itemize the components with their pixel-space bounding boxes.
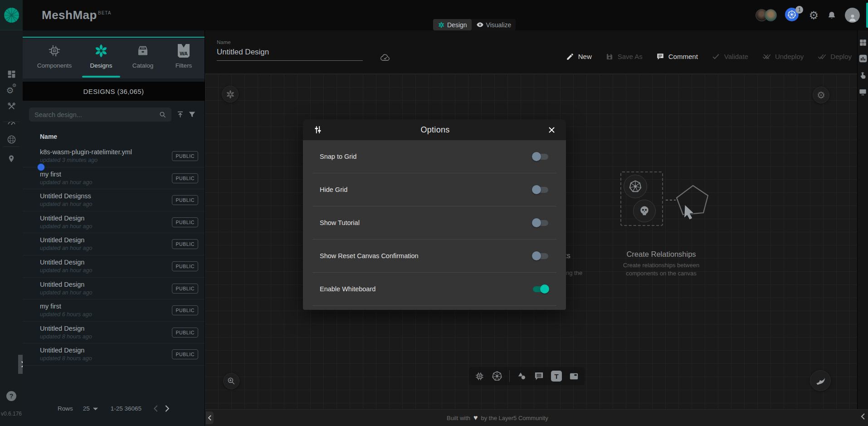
cloud-saved-icon [379,52,391,63]
collaborator-avatar[interactable] [765,9,777,21]
option-hide-grid: Hide Grid [312,173,556,206]
location-pin-icon[interactable] [0,154,23,164]
help-button[interactable]: ? [6,391,16,401]
tab-components[interactable]: Components [33,43,76,69]
design-search[interactable] [29,108,171,122]
design-row[interactable]: Untitled Design updated an hour ago PUBL… [23,255,205,278]
visibility-badge[interactable]: PUBLIC [172,284,198,294]
toolbar-divider [509,370,510,382]
canvas-modes-button[interactable] [222,86,239,103]
bar-chart-icon[interactable] [858,54,868,63]
footer-chevron-right-edge[interactable] [861,413,865,420]
visualize-mode-tab[interactable]: Visualize [472,19,516,30]
tab-designs[interactable]: Designs [79,43,123,69]
touch-icon[interactable] [858,70,867,80]
option-show-reset-confirmation: Show Reset Canvas Confirmation [312,240,556,273]
monitor-icon[interactable] [858,88,867,96]
search-input[interactable] [29,111,159,118]
design-row[interactable]: my first updated 6 hours ago PUBLIC [23,299,205,322]
double-check-icon [817,52,826,61]
undeploy-button[interactable]: Undeploy [762,52,804,61]
kubernetes-context[interactable]: 1 [785,8,800,23]
create-relationships-hint: Create Relationships Create relationship… [607,250,716,278]
performance-gauge-icon[interactable] [0,118,23,127]
visibility-badge[interactable]: PUBLIC [172,239,198,249]
shapes-icon[interactable] [517,371,527,382]
snap-to-grid-toggle[interactable] [532,152,549,161]
design-row[interactable]: Untitled Design updated an hour ago PUBL… [23,278,205,300]
visibility-badge[interactable]: PUBLIC [172,173,198,183]
collaborator-avatars[interactable] [756,9,777,21]
design-row[interactable]: my first updated an hour ago PUBLIC [23,167,205,190]
new-button[interactable]: New [566,53,592,61]
filter-funnel-icon[interactable] [188,110,196,119]
rows-label: Rows [58,405,73,412]
design-row[interactable]: Untitled Design updated an hour ago PUBL… [23,233,205,255]
gear-icon: ⚙ [817,90,825,101]
design-row[interactable]: k8s-wasm-plugin-ratelimiter.yml updated … [23,145,205,167]
dashboard-grid-icon[interactable] [859,39,867,47]
deploy-button[interactable]: Deploy [817,52,852,61]
wasm-filter-icon: WA [178,44,190,58]
visibility-badge[interactable]: PUBLIC [172,261,198,271]
visibility-badge[interactable]: PUBLIC [172,305,198,315]
panel-tabs: Components Designs Catalog WA Filters [23,39,205,78]
design-row[interactable]: Untitled Design updated 8 hours ago PUBL… [23,343,205,366]
designs-panel: Components Designs Catalog WA Filters DE… [23,30,205,426]
kubernetes-icon[interactable] [492,371,502,382]
visibility-badge[interactable]: PUBLIC [172,349,198,359]
notifications-bell-icon[interactable] [827,10,837,20]
search-icon[interactable] [159,111,167,119]
enable-whiteboard-toggle[interactable] [532,284,549,294]
hide-grid-toggle[interactable] [532,185,549,194]
canvas-settings-button[interactable]: ⚙ [813,87,829,103]
prev-page-button[interactable] [153,405,158,412]
mesh-icon[interactable] [0,134,23,145]
right-dock [857,30,868,409]
settings-gear-icon[interactable]: ⚙ [809,9,819,22]
right-drawer-edge[interactable] [866,3,868,28]
components-chip-icon[interactable] [474,371,485,382]
design-row[interactable]: Untitled Design updated an hour ago PUBL… [23,211,205,234]
next-page-button[interactable] [165,405,170,412]
tab-catalog[interactable]: Catalog [121,43,165,69]
kubernetes-node[interactable] [624,175,647,198]
upload-design-icon[interactable] [176,110,185,119]
design-row[interactable]: Untitled Designss updated an hour ago PU… [23,189,205,211]
tab-filters[interactable]: WA Filters [162,43,205,69]
zoom-in-button[interactable] [223,373,239,389]
user-avatar[interactable] [845,8,860,23]
footer-collapse-tab[interactable] [206,411,214,424]
design-row[interactable]: Untitled Design updated 8 hours ago PUBL… [23,322,205,344]
visibility-badge[interactable]: PUBLIC [172,195,198,205]
media-tool-icon[interactable] [569,371,579,382]
bird-button[interactable] [810,370,831,391]
lifecycle-gears-icon[interactable]: ⚙⚙ [0,85,23,96]
canvas-tool-strip: T [469,367,585,385]
app-footer: Built with ♥ by the Layer5 Community [205,409,868,426]
save-as-button[interactable]: Save As [605,53,643,61]
visibility-badge[interactable]: PUBLIC [172,151,198,161]
options-modal: Options Snap to Grid Hide Grid Show Tuto… [303,119,566,310]
visibility-badge[interactable]: PUBLIC [172,328,198,338]
configuration-tools-icon[interactable] [0,102,23,111]
skull-node[interactable] [633,200,656,222]
validate-button[interactable]: Validate [712,52,748,61]
comment-button[interactable]: Comment [656,53,698,61]
layer5-logo[interactable] [0,0,23,30]
visibility-badge[interactable]: PUBLIC [172,217,198,227]
page-size-select[interactable]: 25 [83,405,98,412]
design-name-input[interactable] [217,47,363,61]
dashboard-icon[interactable] [0,69,23,79]
close-icon[interactable] [547,126,556,134]
design-mode-tab[interactable]: Design [433,19,472,30]
page-range: 1-25 36065 [111,405,141,412]
show-tutorial-toggle[interactable] [532,218,549,227]
comment-tool-icon[interactable] [534,371,544,382]
text-tool-icon[interactable]: T [551,371,562,382]
reset-confirmation-toggle[interactable] [532,251,549,260]
modal-title: Options [323,125,547,135]
options-modal-body: Snap to Grid Hide Grid Show Tutorial Sho… [303,140,566,310]
catalog-drawer-icon [136,43,150,59]
dove-icon [814,375,826,387]
